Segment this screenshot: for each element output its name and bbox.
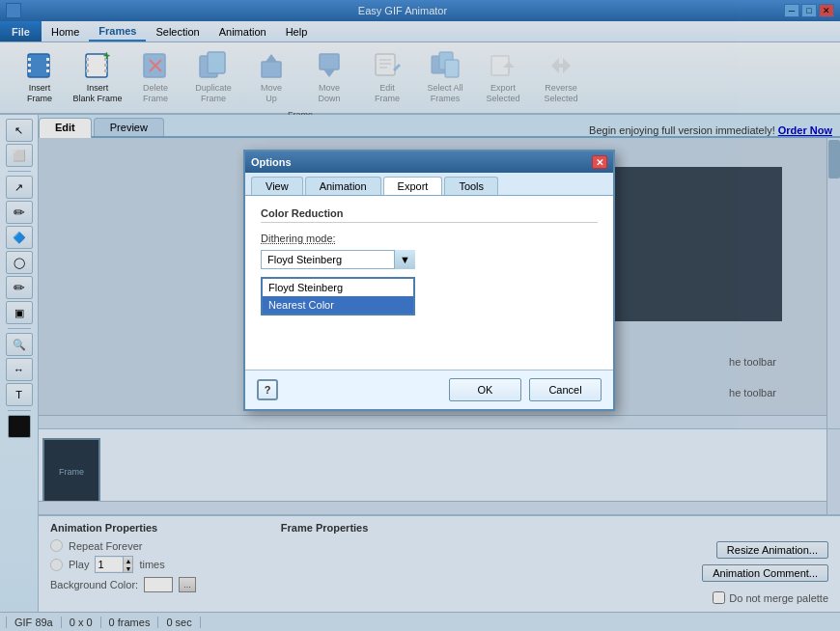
modal-close-button[interactable]: ✕ [592, 155, 607, 169]
move-up-button[interactable]: MoveUp [243, 46, 299, 108]
maximize-button[interactable]: □ [801, 4, 817, 17]
svg-rect-2 [28, 64, 31, 67]
dropdown-option-nearest[interactable]: Nearest Color [263, 296, 413, 314]
reverse-selected-button[interactable]: ReverseSelected [533, 46, 589, 108]
sidebar-btn-paint[interactable]: ✏ [6, 201, 33, 224]
delete-frame-svg [140, 50, 171, 81]
group-wrapper: InsertFrame + [12, 46, 589, 120]
delete-frame-button[interactable]: DeleteFrame [127, 46, 183, 108]
edit-frame-label: EditFrame [375, 83, 400, 104]
sidebar-btn-ellipse[interactable]: ◯ [6, 251, 33, 274]
modal-tab-animation[interactable]: Animation [305, 177, 381, 195]
insert-frame-label: InsertFrame [27, 83, 52, 104]
canvas-scrollbar-h[interactable] [39, 415, 826, 428]
sidebar-color-swatch[interactable] [8, 415, 31, 438]
merge-palette-checkbox[interactable] [713, 591, 725, 604]
background-color-pick-btn[interactable]: ... [179, 577, 196, 592]
insert-blank-frame-label: InsertBlank Frame [72, 83, 122, 104]
order-now-link[interactable]: Order Now [778, 124, 832, 136]
status-format: GIF 89a [6, 617, 62, 628]
title-bar: Easy GIF Animator ─ □ ✕ [0, 0, 840, 21]
repeat-forever-radio[interactable] [50, 539, 63, 552]
svg-rect-8 [86, 58, 89, 61]
animation-comment-btn[interactable]: Animation Comment... [702, 564, 828, 582]
spinner-down[interactable]: ▼ [123, 564, 132, 572]
modal-body: Color Reduction Dithering mode: Floyd St… [245, 196, 613, 370]
sidebar-btn-select[interactable]: ⬜ [6, 144, 33, 167]
frame-item[interactable]: Frame [42, 438, 100, 506]
background-color-swatch[interactable] [144, 577, 173, 592]
canvas-scrollbar-v[interactable] [826, 138, 840, 428]
dithering-dropdown-list[interactable]: Floyd Steinberg Nearest Color [261, 277, 415, 316]
svg-rect-3 [28, 69, 31, 72]
spinner-up[interactable]: ▲ [123, 557, 132, 564]
menu-help[interactable]: Help [276, 21, 318, 41]
svg-marker-23 [323, 69, 335, 77]
sidebar-btn-fill[interactable]: ▣ [6, 301, 33, 324]
resize-animation-btn[interactable]: Resize Animation... [716, 541, 828, 559]
dropdown-option-floyd[interactable]: Floyd Steinberg [263, 279, 413, 296]
move-down-button[interactable]: MoveDown [301, 46, 357, 108]
options-dialog: Options ✕ View Animation Export Tools Co… [243, 150, 615, 411]
sidebar-btn-pointer[interactable]: ↖ [6, 119, 33, 142]
svg-text:+: + [103, 50, 110, 63]
play-count-spinner[interactable]: ▲ ▼ [95, 556, 133, 573]
status-bar: GIF 89a 0 x 0 0 frames 0 sec [0, 612, 840, 631]
insert-blank-frame-button[interactable]: + InsertBlank Frame [70, 46, 126, 108]
delete-frame-label: DeleteFrame [143, 83, 168, 104]
sidebar-btn-text[interactable]: T [6, 383, 33, 406]
svg-rect-0 [28, 54, 49, 77]
tab-preview[interactable]: Preview [94, 118, 164, 136]
sidebar-btn-move[interactable]: ↔ [6, 358, 33, 381]
duplicate-frame-label: DuplicateFrame [195, 83, 232, 104]
insert-frame-icon [24, 50, 55, 81]
svg-marker-21 [266, 54, 277, 62]
spinner-buttons: ▲ ▼ [123, 557, 132, 572]
toolbar-group-main: InsertFrame + [6, 46, 595, 120]
repeat-forever-row: Repeat Forever [50, 539, 262, 552]
svg-rect-20 [262, 62, 281, 77]
dithering-mode-select[interactable]: Floyd Steinberg Nearest Color [261, 250, 415, 269]
tabs-bar: Edit Preview Begin enjoying full version… [39, 115, 840, 138]
sidebar-btn-zoom[interactable]: 🔍 [6, 333, 33, 356]
modal-tab-export[interactable]: Export [383, 177, 443, 195]
play-row: Play ▲ ▼ times [50, 556, 262, 573]
play-count-input[interactable] [96, 558, 123, 571]
modal-help-button[interactable]: ? [257, 379, 278, 400]
reverse-selected-svg [546, 50, 576, 81]
svg-rect-37 [559, 64, 563, 68]
modal-tab-view[interactable]: View [251, 177, 303, 195]
play-radio[interactable] [50, 559, 63, 571]
export-selected-icon [488, 50, 518, 81]
sidebar-btn-lasso[interactable]: ↗ [6, 176, 33, 199]
frame-list-vscroll[interactable] [826, 429, 840, 514]
menu-file[interactable]: File [0, 21, 42, 41]
insert-blank-frame-svg: + [82, 50, 113, 81]
insert-frame-button[interactable]: InsertFrame [12, 46, 68, 108]
menu-animation[interactable]: Animation [210, 21, 276, 41]
export-selected-button[interactable]: ExportSelected [475, 46, 531, 108]
minimize-button[interactable]: ─ [784, 4, 799, 17]
frame-list-scrollbar[interactable] [39, 501, 826, 514]
menu-selection[interactable]: Selection [146, 21, 209, 41]
export-selected-svg [488, 50, 518, 81]
select-all-frames-button[interactable]: Select AllFrames [417, 46, 473, 108]
svg-rect-19 [208, 52, 225, 73]
animation-properties-section: Animation Properties Repeat Forever Play… [50, 522, 262, 606]
title-bar-icons: ─ □ ✕ [784, 4, 834, 17]
delete-frame-icon [140, 50, 171, 81]
duplicate-frame-button[interactable]: DuplicateFrame [185, 46, 241, 108]
menu-frames[interactable]: Frames [89, 21, 146, 41]
svg-rect-13 [104, 69, 107, 72]
export-selected-label: ExportSelected [486, 83, 519, 104]
menu-home[interactable]: Home [42, 21, 89, 41]
sidebar-sep-2 [8, 328, 31, 329]
edit-frame-button[interactable]: EditFrame [359, 46, 415, 108]
tab-edit[interactable]: Edit [39, 118, 92, 138]
modal-tab-tools[interactable]: Tools [444, 177, 498, 195]
sidebar-btn-pencil[interactable]: ✏ [6, 276, 33, 299]
modal-cancel-button[interactable]: Cancel [529, 378, 602, 401]
sidebar-btn-shape[interactable]: 🔷 [6, 226, 33, 249]
close-button[interactable]: ✕ [819, 4, 834, 17]
modal-ok-button[interactable]: OK [449, 378, 521, 401]
